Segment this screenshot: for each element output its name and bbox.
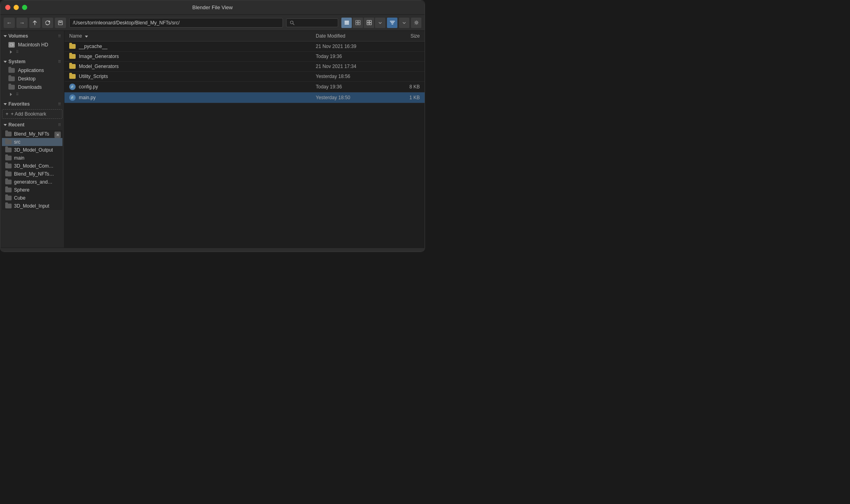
file-row-pycache[interactable]: __pycache__ 21 Nov 2021 16:39	[64, 42, 425, 52]
recent-folder-icon-2	[5, 148, 12, 152]
file-row-image-generators[interactable]: Image_Generators Today 19:36	[64, 52, 425, 62]
recent-section-header[interactable]: Recent ⠿	[0, 120, 64, 129]
main-layout: Volumes ⠿ Macintosh HD ⠿ System ⠿ Applic…	[0, 31, 425, 248]
favorites-chevron-icon	[4, 103, 7, 105]
recent-label: Recent	[8, 122, 24, 128]
volumes-dots: ⠿	[58, 34, 61, 38]
column-size[interactable]: Size	[388, 33, 420, 39]
file-row-main-py[interactable]: main.py Yesterday 18:50 1 KB	[64, 92, 425, 103]
file-header: Name Date Modified Size	[64, 31, 425, 42]
sort-icon	[85, 36, 88, 38]
recent-item-blend-my-nfts[interactable]: Blend_My_NFTs	[2, 130, 62, 138]
recent-item-blend-my-nfts-prev[interactable]: Blend_My_NFTs-preveous_3...	[2, 170, 62, 178]
file-date-image-generators: Today 19:36	[316, 54, 388, 59]
file-date-model-generators: 21 Nov 2021 17:34	[316, 64, 388, 69]
list-view-button[interactable]	[341, 18, 352, 28]
downloads-folder-icon	[8, 85, 15, 90]
recent-folder-icon-5	[5, 172, 12, 176]
filter-dropdown-button[interactable]	[399, 18, 409, 28]
volumes-label: Volumes	[8, 33, 28, 39]
recent-folder-icon-8	[5, 196, 12, 200]
utility-scripts-folder-icon	[69, 74, 76, 79]
path-bar[interactable]: /Users/torrinleonard/Desktop/Blend_My_NF…	[69, 18, 283, 28]
svg-rect-6	[358, 20, 360, 22]
file-row-config-py[interactable]: config.py Today 19:36 8 KB	[64, 82, 425, 92]
minimize-button[interactable]	[14, 5, 19, 10]
sidebar-item-desktop[interactable]: Desktop	[2, 75, 62, 83]
maximize-button[interactable]	[22, 5, 27, 10]
main-py-icon	[69, 94, 76, 101]
recent-item-src[interactable]: src	[2, 138, 62, 146]
file-name-image-generators: Image_Generators	[69, 54, 316, 59]
title-bar: Blender File View	[0, 0, 425, 15]
file-date-utility-scripts: Yesterday 18:56	[316, 74, 388, 79]
file-date-config-py: Today 19:36	[316, 84, 388, 90]
applications-folder-icon	[8, 68, 15, 73]
sidebar-item-macintosh-hd[interactable]: Macintosh HD	[2, 41, 62, 49]
recent-item-label-2: 3D_Model_Output	[14, 147, 53, 153]
volumes-section-header[interactable]: Volumes ⠿	[0, 31, 64, 40]
image-generators-folder-icon	[69, 54, 76, 59]
recent-item-label-0: Blend_My_NFTs	[14, 131, 49, 137]
svg-rect-0	[58, 21, 62, 25]
recent-folder-icon-6	[5, 180, 12, 184]
recent-item-sphere[interactable]: Sphere	[2, 186, 62, 194]
system-section-header[interactable]: System ⠿	[0, 56, 64, 66]
refresh-button[interactable]	[42, 18, 53, 28]
up-button[interactable]	[29, 18, 40, 28]
system-label: System	[8, 59, 26, 64]
recent-item-cube[interactable]: Cube	[2, 194, 62, 202]
view-dropdown-button[interactable]	[375, 18, 385, 28]
file-name-model-generators: Model_Generators	[69, 64, 316, 69]
hdd-icon	[8, 42, 15, 48]
recent-item-label-1: src	[14, 139, 20, 145]
system-expand-dots: ⠿	[16, 92, 19, 96]
svg-rect-7	[356, 23, 358, 25]
add-bookmark-label: + Add Bookmark	[11, 111, 46, 117]
file-size-main-py: 1 KB	[388, 95, 420, 100]
desktop-folder-icon	[8, 76, 15, 81]
system-chevron-icon	[4, 61, 7, 63]
recent-close-button[interactable]: ✕	[54, 132, 61, 138]
close-button[interactable]	[5, 5, 10, 10]
recent-item-label-8: Cube	[14, 195, 26, 201]
recent-item-3d-model-output[interactable]: 3D_Model_Output	[2, 146, 62, 154]
model-generators-folder-icon	[69, 64, 76, 69]
file-row-utility-scripts[interactable]: Utility_Scripts Yesterday 18:56	[64, 72, 425, 82]
search-bar[interactable]	[286, 18, 338, 27]
file-row-model-generators[interactable]: Model_Generators 21 Nov 2021 17:34	[64, 62, 425, 72]
recent-folder-icon-1	[5, 140, 12, 144]
favorites-label: Favorites	[8, 101, 30, 107]
bottom-bar: Cancel Open Text	[0, 248, 425, 252]
svg-rect-2	[345, 21, 349, 22]
column-name[interactable]: Name	[69, 33, 316, 39]
recent-item-main[interactable]: main	[2, 154, 62, 162]
volumes-chevron-icon	[4, 35, 7, 37]
settings-button[interactable]	[411, 18, 421, 28]
favorites-section-header[interactable]: Favorites ⠿	[0, 99, 64, 108]
back-button[interactable]: ←	[4, 18, 15, 28]
file-name-config-py: config.py	[69, 84, 316, 90]
filter-button[interactable]	[387, 18, 397, 28]
svg-rect-10	[369, 20, 371, 22]
desktop-label: Desktop	[18, 76, 36, 82]
forward-button[interactable]: →	[16, 18, 28, 28]
favorites-dots: ⠿	[58, 102, 61, 106]
window-title: Blender File View	[192, 4, 233, 10]
expand-arrow-icon	[10, 50, 12, 54]
file-date-pycache: 21 Nov 2021 16:39	[316, 44, 388, 49]
add-bookmark-button[interactable]: + + Add Bookmark	[2, 109, 62, 119]
recent-item-3d-model-input[interactable]: 3D_Model_Input	[2, 202, 62, 210]
grid-view-button[interactable]	[353, 18, 363, 28]
recent-folder-icon-3	[5, 156, 12, 160]
sidebar-item-downloads[interactable]: Downloads	[2, 83, 62, 91]
column-date[interactable]: Date Modified	[316, 33, 388, 39]
recent-item-generators[interactable]: generators_and_sorters	[2, 178, 62, 186]
file-name-pycache: __pycache__	[69, 44, 316, 49]
sidebar-item-applications[interactable]: Applications	[2, 66, 62, 74]
large-grid-view-button[interactable]	[364, 18, 374, 28]
recent-folder-icon-7	[5, 188, 12, 192]
recent-item-3d-model-combinator[interactable]: 3D_Model_Combinator	[2, 162, 62, 170]
bookmark-button[interactable]	[55, 18, 66, 28]
svg-point-1	[291, 21, 293, 24]
